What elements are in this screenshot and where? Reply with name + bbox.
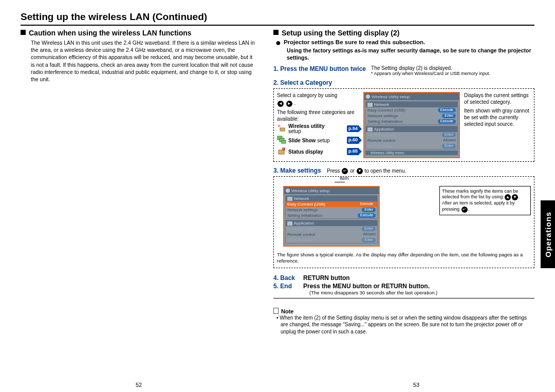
enter-icon: ↵	[342, 168, 348, 174]
right-column: Setup using the Setting display (2) ●Pro…	[273, 29, 534, 335]
side-tab-operations: Operations	[541, 200, 555, 268]
osd-screenshot-2: Wireless Utility setup Network Easy Conn…	[283, 186, 380, 247]
wireless-icon	[277, 124, 286, 134]
thin-rule	[273, 298, 534, 298]
note-heading: Note	[273, 308, 534, 314]
status-icon	[277, 147, 286, 157]
osd-screenshot-1: Wireless Utility setup Network Easy Conn…	[363, 92, 460, 158]
projector-settings-sub: Using the factory settings as-is may suf…	[287, 47, 534, 61]
make-settings-box: Item Wireless Utility setup Network Easy…	[273, 176, 534, 268]
step-4: 4. BackRETURN button	[273, 274, 534, 282]
projector-settings-bullet: ●Projector settings Be sure to read this…	[275, 39, 534, 46]
page-num-right: 53	[278, 382, 555, 388]
cat-slideshow: Slide Show setup p.60	[277, 136, 359, 145]
figure-note: The figure shows a typical example. As t…	[277, 250, 531, 265]
page-num-left: 52	[0, 382, 278, 388]
page-numbers: 52 53	[0, 382, 555, 388]
cat-right-1: Displays the current settings of selecte…	[464, 92, 531, 105]
cat-status: Status display p.65	[277, 147, 359, 157]
left-column: Caution when using the wireless LAN func…	[21, 29, 255, 335]
step-5-parens: (The menu disappears 30 seconds after th…	[309, 290, 534, 296]
step-1: 1. Press the MENU button twice	[273, 65, 366, 72]
cat-wireless: Wireless utilitysetup p.54	[277, 124, 359, 134]
svg-rect-3	[282, 140, 286, 143]
svg-rect-0	[280, 128, 285, 131]
page-ref-54: p.54	[347, 125, 359, 133]
down-arrow-icon: ▼	[357, 168, 363, 174]
slideshow-icon	[277, 136, 286, 145]
step-2: 2. Select a Category	[273, 79, 534, 86]
page-ref-60: p.60	[347, 137, 359, 144]
step-1-note: The Setting display (2) is displayed.	[371, 65, 490, 71]
enter-icon-2: ↵	[461, 207, 468, 213]
right-heading: Setup using the Setting display (2)	[273, 29, 534, 37]
note-body: When the item (2) of the Setting display…	[273, 314, 534, 335]
cat-intro-2: The following three categories are avail…	[277, 109, 359, 122]
page-ref-65: p.65	[347, 148, 359, 155]
caution-body: The Wireless LAN in this unit uses the 2…	[31, 39, 255, 83]
marks-note-box: These marks signify the items can be sel…	[439, 186, 531, 215]
page-title: Setting up the wireless LAN (Continued)	[21, 11, 534, 23]
left-heading: Caution when using the wireless LAN func…	[21, 29, 255, 37]
up-arrow-icon: ▲	[505, 194, 511, 200]
svg-rect-4	[279, 150, 284, 154]
item-label: Item	[340, 176, 349, 181]
title-rule	[21, 25, 534, 26]
cat-intro-1: Select a category by using	[277, 92, 337, 98]
cat-right-2: Item shown with gray cannot be set with …	[464, 107, 531, 127]
step-1-appears: * Appears only when Wireless/Card or USB…	[371, 71, 490, 76]
step-3: 3. Make settings Press ↵ or ▼ to open th…	[273, 167, 534, 174]
step-5: 5. EndPress the MENU button or RETURN bu…	[273, 283, 534, 290]
right-arrow-icon: ►	[286, 101, 292, 107]
left-arrow-icon: ◄	[278, 101, 284, 107]
down-arrow-icon-2: ▼	[512, 194, 518, 200]
category-box: Select a category by using ◄ ► . The fol…	[273, 88, 534, 161]
